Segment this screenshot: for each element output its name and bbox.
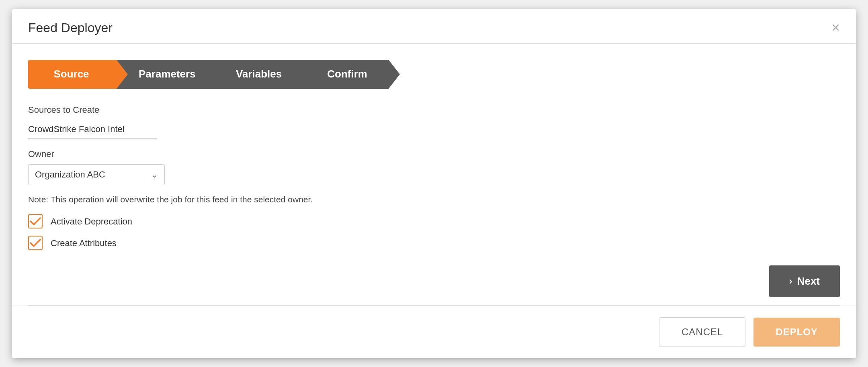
step-parameters[interactable]: Parameters	[117, 60, 212, 89]
note-text: Note: This operation will overwrite the …	[28, 195, 840, 204]
next-action-row: › Next	[12, 265, 856, 305]
modal-footer: CANCEL DEPLOY	[12, 306, 856, 358]
modal-body: Source Parameters Variables Confirm Sour…	[12, 44, 856, 265]
create-attributes-row[interactable]: Create Attributes	[28, 236, 840, 251]
source-input[interactable]	[28, 120, 157, 139]
checkbox-checked-icon-2	[28, 236, 43, 250]
sources-label: Sources to Create	[28, 105, 840, 115]
checkbox-checked-icon	[28, 214, 43, 228]
stepper: Source Parameters Variables Confirm	[28, 60, 840, 89]
next-button[interactable]: › Next	[769, 265, 840, 297]
modal-header: Feed Deployer ×	[12, 9, 856, 44]
owner-section: Owner Organization ABC ⌄	[28, 149, 840, 185]
deploy-button[interactable]: DEPLOY	[753, 318, 840, 347]
step-confirm[interactable]: Confirm	[300, 60, 389, 89]
chevron-down-icon: ⌄	[151, 170, 158, 179]
step-variables[interactable]: Variables	[212, 60, 300, 89]
activate-deprecation-row[interactable]: Activate Deprecation	[28, 214, 840, 229]
owner-value: Organization ABC	[35, 169, 105, 180]
cancel-button[interactable]: CANCEL	[659, 317, 745, 347]
modal-title: Feed Deployer	[28, 20, 113, 35]
next-label: Next	[797, 275, 820, 287]
create-attributes-checkbox[interactable]	[28, 236, 43, 251]
step-source[interactable]: Source	[28, 60, 117, 89]
activate-deprecation-label: Activate Deprecation	[51, 216, 132, 227]
owner-label: Owner	[28, 149, 840, 159]
sources-section: Sources to Create	[28, 105, 840, 139]
next-arrow-icon: ›	[789, 275, 792, 287]
create-attributes-label: Create Attributes	[51, 238, 117, 249]
feed-deployer-modal: Feed Deployer × Source Parameters Variab…	[12, 9, 856, 358]
owner-dropdown[interactable]: Organization ABC ⌄	[28, 164, 165, 185]
close-button[interactable]: ×	[831, 20, 840, 35]
activate-deprecation-checkbox[interactable]	[28, 214, 43, 229]
